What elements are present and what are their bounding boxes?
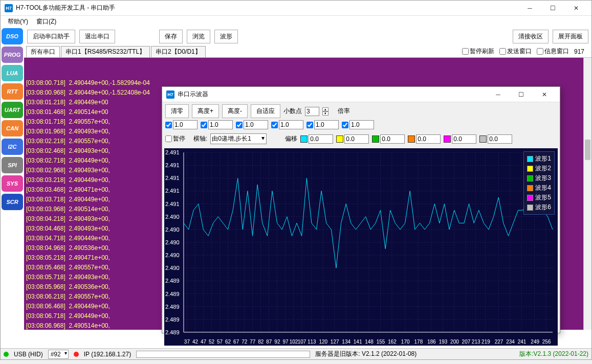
exit-serial-button[interactable]: 退出串口: [79, 30, 115, 43]
ch5-mult-input[interactable]: [314, 120, 339, 129]
x-tick: 97: [282, 339, 288, 345]
legend-label: 波形3: [535, 174, 551, 183]
ch6-enable[interactable]: [342, 122, 348, 128]
console-scrollbar[interactable]: [583, 58, 591, 330]
sidebar-item-rtt[interactable]: RTT: [2, 83, 23, 100]
legend-label: 波形1: [535, 154, 551, 163]
sidebar-item-can[interactable]: CAN: [2, 120, 23, 136]
ch2-enable[interactable]: [201, 122, 207, 128]
sidebar-item-spi[interactable]: SPI: [2, 157, 23, 173]
x-tick: 155: [377, 339, 385, 345]
x-tick: 52: [209, 339, 214, 345]
open-serial-button[interactable]: 启动串口助手: [27, 30, 75, 43]
ch4-enable[interactable]: [271, 122, 278, 128]
tab-port1[interactable]: 串口1【RS485/RS232/TTL】: [61, 46, 150, 57]
tab-all[interactable]: 所有串口: [26, 46, 60, 57]
clear-rx-button[interactable]: 清接收区: [513, 30, 549, 43]
ch3-offset-input[interactable]: [380, 134, 405, 144]
ch1-mult-input[interactable]: [173, 120, 198, 129]
x-tick: 57: [217, 339, 223, 345]
y-tick: 2.491: [165, 149, 180, 155]
sidebar-item-lua[interactable]: LUA: [2, 65, 23, 81]
x-tick: 170: [401, 339, 410, 345]
ch5-color-icon: [444, 135, 451, 143]
decimals-input[interactable]: [305, 107, 319, 116]
scrollbar-thumb[interactable]: [585, 140, 590, 160]
x-tick: 234: [506, 339, 515, 345]
scope-title: 串口示波器: [178, 90, 487, 99]
checkbox-info-window[interactable]: 信息窗口: [537, 47, 569, 56]
menu-help[interactable]: 帮助(Y): [4, 16, 32, 27]
sidebar-item-scr[interactable]: SCR: [2, 194, 23, 210]
scope-close-button[interactable]: ✕: [533, 87, 556, 102]
legend-item-1[interactable]: 波形1: [526, 154, 552, 164]
y-tick: 2.491: [165, 201, 180, 207]
x-tick: 241: [518, 339, 527, 345]
sidebar-item-prog[interactable]: PROG: [2, 47, 23, 63]
scope-minimize-button[interactable]: ─: [487, 87, 510, 102]
ch1-enable[interactable]: [165, 122, 172, 128]
browse-button[interactable]: 浏览: [187, 30, 210, 43]
legend-item-5[interactable]: 波形5: [526, 193, 552, 202]
pause-checkbox[interactable]: 暂停: [165, 134, 185, 143]
toolbar: 启动串口助手 退出串口 保存 浏览 波形 清接收区 展开面板: [24, 27, 591, 46]
legend-color-icon: [527, 185, 533, 191]
menu-window[interactable]: 窗口(Z): [32, 16, 60, 27]
y-tick: 2.491: [165, 188, 180, 194]
ch3-enable[interactable]: [236, 122, 243, 128]
save-button[interactable]: 保存: [159, 30, 183, 43]
x-tick: 120: [319, 339, 327, 345]
ch2-offset-input[interactable]: [344, 134, 369, 144]
maximize-button[interactable]: ☐: [541, 1, 564, 16]
ch3-mult-input[interactable]: [244, 120, 268, 129]
height-plus-button[interactable]: 高度+: [192, 104, 219, 118]
x-tick: 42: [192, 339, 198, 345]
ch2-mult-input[interactable]: [208, 120, 233, 129]
x-tick: 249: [531, 339, 539, 345]
legend-item-3[interactable]: 波形3: [526, 173, 552, 183]
x-tick: 67: [233, 339, 239, 345]
sidebar-item-dso[interactable]: DSO: [2, 28, 23, 44]
tab-port2[interactable]: 串口2【D0/D1】: [151, 46, 206, 57]
sidebar-item-uart[interactable]: UART: [2, 102, 23, 118]
mult-label: 倍率: [338, 107, 350, 116]
x-tick: 113: [308, 339, 316, 345]
sidebar-item-i2c[interactable]: I2C: [2, 139, 23, 155]
autofit-button[interactable]: 自适应: [251, 104, 280, 118]
expand-panel-button[interactable]: 展开面板: [553, 30, 588, 43]
x-tick: 77: [250, 339, 255, 345]
xaxis-select[interactable]: 由0递增,步长1: [210, 133, 267, 144]
checkbox-pause-refresh[interactable]: 暂停刷新: [462, 47, 494, 56]
scope-maximize-button[interactable]: ☐: [510, 87, 533, 102]
ch6-offset-input[interactable]: [488, 134, 512, 144]
close-button[interactable]: ✕: [564, 1, 587, 16]
legend-item-4[interactable]: 波形4: [526, 183, 552, 193]
rx-count: 917: [574, 48, 584, 55]
legend-item-6[interactable]: 波形6: [526, 202, 552, 212]
chart-area[interactable]: 波形1波形2波形3波形4波形5波形6 2.4912.4912.4912.4912…: [164, 148, 558, 346]
ch4-offset-input[interactable]: [416, 134, 441, 144]
ch4-mult-input[interactable]: [279, 120, 303, 129]
sidebar: DSOPROGLUARTTUARTCANI2CSPISYSSCR: [1, 27, 24, 330]
y-tick: 2.489: [165, 291, 180, 297]
y-tick: 2.491: [165, 162, 180, 168]
ch6-mult-input[interactable]: [349, 120, 374, 129]
height-minus-button[interactable]: 高度-: [222, 104, 248, 118]
sidebar-item-sys[interactable]: SYS: [2, 175, 23, 192]
legend-item-2[interactable]: 波形2: [526, 164, 552, 173]
ch5-offset-input[interactable]: [452, 134, 476, 144]
clear-button[interactable]: 清零: [165, 104, 189, 118]
x-tick: 219: [481, 339, 490, 345]
y-tick: 2.490: [165, 214, 180, 220]
ch1-offset-input[interactable]: [309, 134, 333, 144]
ch5-enable[interactable]: [306, 122, 313, 128]
pause-label2: 暂停: [173, 134, 185, 143]
x-tick: 186: [427, 339, 436, 345]
device-select[interactable]: #92: [48, 350, 69, 359]
minimize-button[interactable]: ─: [518, 1, 541, 16]
x-tick: 107: [298, 339, 306, 345]
app-version: 版本:V2.1.3 (2022-01-22): [519, 350, 588, 358]
decimals-spinner[interactable]: ▴▾: [322, 107, 328, 116]
wave-button[interactable]: 波形: [214, 30, 238, 43]
checkbox-send-window[interactable]: 发送窗口: [499, 47, 532, 56]
